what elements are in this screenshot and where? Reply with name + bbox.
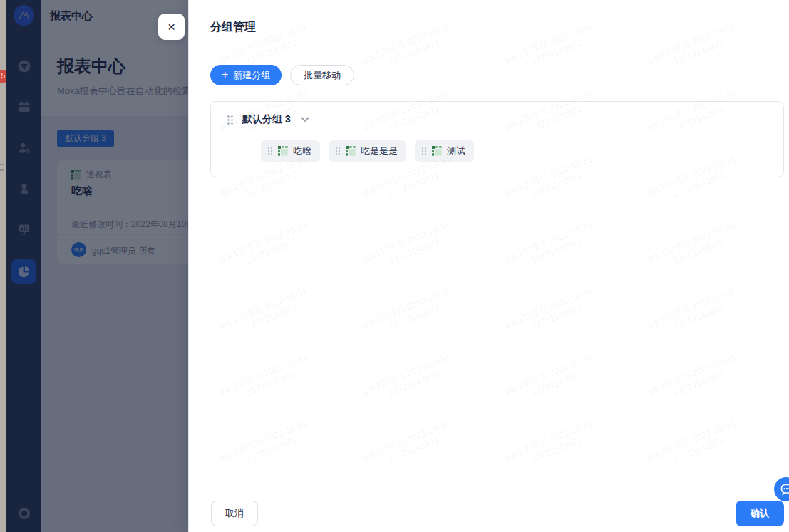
group-item-label: 吃啥 [293, 145, 311, 157]
pivot-table-icon [346, 146, 356, 156]
drawer-divider [210, 48, 784, 48]
watermark-text: gqc1管理员 2022-10-3113721143971 [360, 10, 481, 76]
watermark-text: gqc1管理员 2022-10-3113721143971 [645, 209, 766, 275]
watermark-text: gqc1管理员 2022-10-3113721143971 [502, 341, 624, 407]
group-item-chip[interactable]: 吃是是是 [329, 140, 406, 162]
group-items: 吃啥吃是是是测试 [261, 140, 474, 162]
watermark-text: gqc1管理员 2022-10-3113721143971 [360, 407, 481, 474]
new-group-label: 新建分组 [233, 69, 270, 82]
group-item-chip[interactable]: 测试 [415, 140, 474, 162]
plus-icon: + [222, 69, 228, 80]
confirm-button[interactable]: 确认 [736, 501, 784, 526]
notification-badge: 5 [0, 70, 6, 83]
left-edge-strip: 5 [0, 0, 6, 532]
watermark-text: gqc1管理员 2022-10-3113721143971 [645, 341, 766, 407]
watermark-text: gqc1管理员 2022-10-3113721143971 [217, 407, 339, 474]
group-item-label: 测试 [447, 145, 465, 157]
group-card: 默认分组 3 吃啥吃是是是测试 [210, 101, 784, 177]
watermark-text: gqc1管理员 2022-10-3113721143971 [217, 209, 339, 275]
pivot-table-icon [278, 146, 288, 156]
customer-service-chat-icon[interactable] [774, 477, 789, 501]
watermark-text: gqc1管理员 2022-10-3113721143971 [217, 275, 339, 341]
watermark-text: gqc1管理员 2022-10-3113721143971 [502, 10, 624, 76]
watermark-text: gqc1管理员 2022-10-3113721143971 [360, 275, 481, 341]
watermark-text: gqc1管理员 2022-10-3113721143971 [217, 341, 339, 407]
group-card-header: 默认分组 3 [227, 113, 309, 126]
chevron-down-icon[interactable] [301, 117, 309, 122]
drag-handle-icon[interactable] [267, 147, 273, 155]
watermark-text: gqc1管理员 2022-10-3113721143971 [502, 407, 624, 474]
watermark-text: gqc1管理员 2022-10-3113721143971 [645, 10, 766, 76]
batch-move-button[interactable]: 批量移动 [290, 65, 354, 85]
drag-handle-icon[interactable] [335, 147, 341, 155]
close-button[interactable]: ✕ [158, 14, 185, 40]
drawer-actions: + 新建分组 批量移动 [210, 65, 354, 85]
close-icon: ✕ [167, 21, 176, 33]
watermark-text: gqc1管理员 2022-10-3113721143971 [645, 407, 766, 474]
group-management-drawer: gqc1管理员 2022-10-3113721143971gqc1管理员 202… [188, 0, 789, 532]
watermark-text: gqc1管理员 2022-10-3113721143971 [360, 209, 481, 275]
pivot-table-icon [432, 146, 442, 156]
cancel-button[interactable]: 取消 [211, 501, 258, 526]
group-item-chip[interactable]: 吃啥 [261, 140, 320, 162]
watermark-text: gqc1管理员 2022-10-3113721143971 [360, 341, 481, 407]
group-name: 默认分组 3 [242, 113, 291, 126]
new-group-button[interactable]: + 新建分组 [210, 65, 282, 85]
watermark-text: gqc1管理员 2022-10-3113721143971 [645, 275, 766, 341]
drawer-title: 分组管理 [210, 20, 256, 35]
drawer-footer: 取消 确认 [189, 489, 789, 532]
watermark-text: gqc1管理员 2022-10-3113721143971 [502, 209, 624, 275]
drag-handle-icon[interactable] [227, 115, 234, 125]
edge-mark [0, 164, 4, 171]
screen: 报表中心 报表中心 Moka报表中心旨在自动化的检索 默认分组 3 透视表 吃啥… [0, 0, 789, 532]
drag-handle-icon[interactable] [421, 147, 427, 155]
watermark-text: gqc1管理员 2022-10-3113721143971 [502, 275, 624, 341]
group-item-label: 吃是是是 [361, 145, 398, 157]
